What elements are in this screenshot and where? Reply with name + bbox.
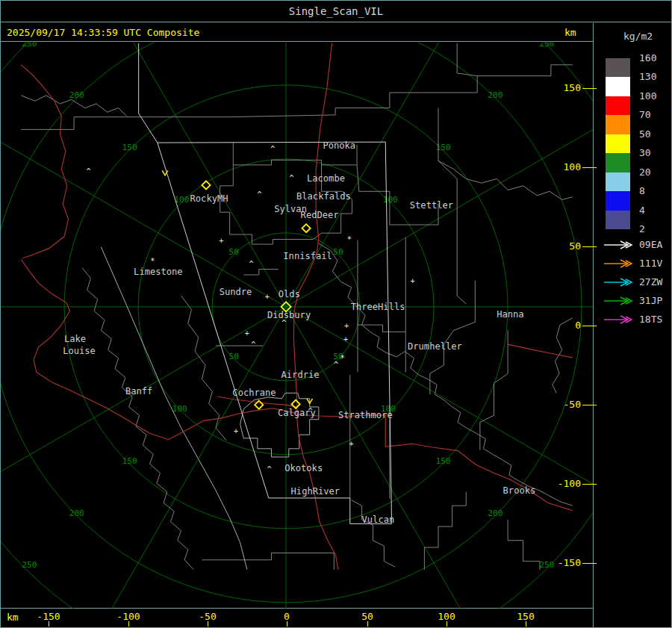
colorbar-swatch — [606, 191, 630, 210]
town-marker-plus: + — [343, 335, 348, 343]
ring-distance-label: 200 — [69, 90, 84, 100]
title-bar: Single_Scan_VIL — [1, 1, 671, 22]
right-axis-tick-label: -100 — [550, 478, 581, 489]
colorbar-threshold-label: 30 — [639, 148, 669, 158]
right-axis-tick — [582, 167, 597, 168]
city-label: Strathmore — [338, 410, 393, 420]
boundary-line — [202, 553, 334, 570]
ring-distance-label: 150 — [122, 143, 137, 152]
boundary-line — [240, 393, 319, 457]
town-marker-plus: + — [344, 321, 349, 330]
storm-vector-marker — [162, 170, 167, 175]
city-label: Brooks — [503, 485, 536, 496]
town-marker-star: * — [340, 353, 344, 362]
bottom-axis-tick — [447, 621, 447, 627]
bottom-axis-tick-label: -50 — [191, 611, 224, 622]
bottom-axis-tick — [128, 621, 129, 627]
city-label: Lacombe — [307, 173, 345, 184]
boundary-line — [352, 500, 396, 567]
radar-arrow-icon — [603, 258, 635, 269]
colorbar-swatch — [606, 211, 630, 229]
city-label: Cochrane — [232, 388, 276, 398]
town-marker-star: * — [347, 234, 352, 243]
radar-arrow-111v — [603, 258, 635, 269]
radial-line — [1, 307, 286, 497]
scan-timestamp: 2025/09/17 14:33:59 UTC Composite — [7, 27, 199, 38]
city-label: Banff — [125, 386, 152, 397]
city-label: RedDeer — [301, 210, 339, 220]
ring-distance-label: 100 — [172, 404, 187, 414]
radar-arrow-09ea — [603, 240, 635, 250]
storm-cell-marker — [302, 224, 310, 232]
ring-distance-label: 200 — [69, 509, 84, 518]
town-marker-plus: + — [349, 439, 354, 448]
town-marker-caret: ^ — [270, 144, 275, 153]
colorbar-threshold-label: 160 — [639, 53, 669, 63]
right-axis-tick-label: -150 — [550, 557, 581, 568]
city-label: HighRiver — [291, 486, 340, 497]
radar-map-canvas[interactable]: 5050505010010010010015015015015020020020… — [1, 43, 593, 609]
town-marker-plus: + — [245, 329, 249, 338]
radar-arrow-18ts — [603, 314, 635, 325]
right-axis-tick-label: 50 — [550, 240, 581, 252]
town-marker-caret: ^ — [87, 167, 91, 175]
colorbar-threshold-label: 2 — [639, 224, 669, 234]
city-label: Innisfail — [283, 251, 332, 261]
radar-id-label: 27ZW — [639, 277, 672, 287]
town-marker-plus: + — [265, 292, 270, 301]
city-label: Louise — [63, 346, 96, 356]
radar-arrow-27zw — [603, 277, 635, 287]
ring-distance-label: 50 — [229, 247, 239, 257]
city-label: Limestone — [134, 267, 183, 277]
city-label: ThreeHills — [351, 302, 405, 312]
city-label: Blackfalds — [296, 191, 351, 202]
colorbar-threshold-label: 4 — [639, 205, 669, 216]
ring-distance-label: 250 — [22, 560, 37, 570]
right-axis-tick — [582, 484, 597, 485]
ring-distance-label: 100 — [383, 195, 398, 205]
colorbar-units-label: kg/m2 — [623, 31, 653, 42]
colorbar-swatch — [606, 172, 630, 191]
city-label: Okotoks — [284, 463, 323, 473]
colorbar-threshold-label: 100 — [639, 91, 669, 102]
radial-line — [96, 43, 286, 307]
bottom-axis-unit-label: km — [7, 612, 19, 623]
right-axis-unit-label: km — [564, 27, 576, 38]
header-bar: 2025/09/17 14:33:59 UTC Composite km — [1, 23, 593, 42]
ring-distance-label: 150 — [435, 456, 450, 466]
colorbar-threshold-label: 70 — [639, 110, 669, 120]
radial-line — [1, 117, 286, 307]
city-label: Drumheller — [408, 341, 462, 352]
boundary-line — [508, 520, 540, 570]
ring-distance-label: 50 — [229, 352, 239, 361]
colorbar-threshold-label: 130 — [639, 72, 669, 82]
bottom-axis-tick — [208, 621, 208, 627]
ring-distance-label: 250 — [22, 43, 37, 49]
city-label: Olds — [279, 289, 300, 299]
bottom-axis-tick-label: -150 — [32, 611, 65, 622]
window-title: Single_Scan_VIL — [289, 5, 383, 17]
city-label: Lake — [64, 334, 86, 344]
colorbar-swatch — [606, 134, 630, 153]
radar-id-label: 111V — [639, 258, 672, 269]
town-marker-plus: + — [219, 236, 223, 245]
right-axis-tick — [582, 326, 597, 326]
highway-line — [508, 344, 573, 358]
colorbar-threshold-label: 50 — [639, 129, 669, 140]
town-marker-caret: ^ — [289, 173, 293, 182]
city-label: RockyMH — [190, 193, 228, 204]
radar-id-label: 18TS — [639, 314, 672, 325]
radar-arrow-icon — [603, 277, 635, 287]
radar-arrow-icon — [603, 314, 635, 325]
right-axis-tick-label: 0 — [550, 320, 581, 331]
range-ring — [1, 43, 582, 603]
radar-id-label: 31JP — [639, 296, 672, 306]
ring-distance-label: 150 — [122, 456, 137, 466]
right-axis-tick — [582, 88, 597, 89]
city-label: Airdrie — [281, 370, 320, 380]
city-label: Sundre — [220, 287, 252, 297]
bottom-axis-tick-label: 100 — [430, 611, 463, 622]
radar-id-label: 09EA — [639, 240, 672, 250]
city-label: Ponoka — [323, 140, 355, 151]
bottom-axis: km -150-100-50050100150 — [1, 609, 593, 628]
